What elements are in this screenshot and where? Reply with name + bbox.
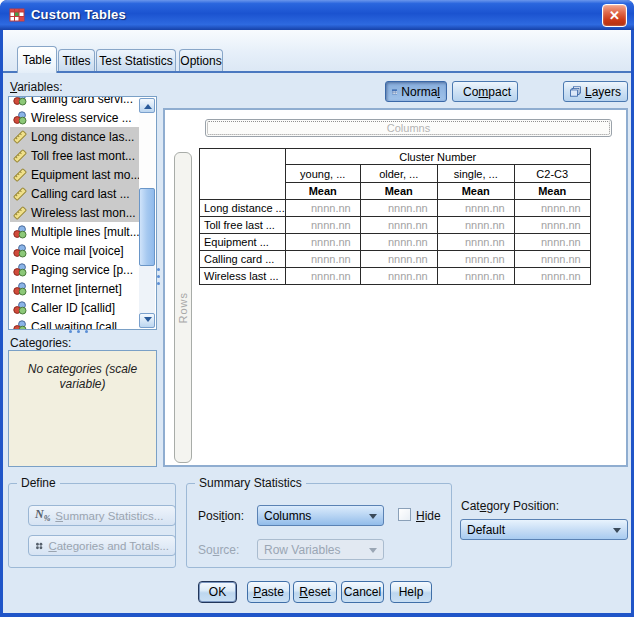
normal-view-button[interactable]: Normal	[385, 81, 447, 102]
preview-table[interactable]: Cluster Number young, ... older, ... sin…	[199, 148, 591, 285]
categories-list: No categories (scale variable)	[8, 350, 157, 467]
list-item[interactable]: Calling card last ...	[10, 184, 139, 203]
window-title: Custom Tables	[31, 7, 126, 22]
tab-options[interactable]: Options	[179, 49, 223, 72]
scroll-down-icon[interactable]	[139, 313, 155, 328]
nominal-variable-icon	[13, 225, 27, 239]
row-label[interactable]: Toll free last ...	[200, 217, 286, 234]
cell-value: nnnn.nn	[437, 200, 514, 217]
cell-value: nnnn.nn	[285, 251, 360, 268]
layers-button[interactable]: Layers	[563, 81, 628, 102]
list-item[interactable]: Caller ID [callid]	[10, 298, 139, 317]
vertical-splitter-handle[interactable]	[156, 268, 161, 294]
list-item[interactable]: Wireless last mon...	[10, 203, 139, 222]
ok-button[interactable]: OK	[198, 581, 237, 603]
list-item[interactable]: Paging service [p...	[10, 260, 139, 279]
cell-value: nnnn.nn	[360, 217, 437, 234]
column-header[interactable]: young, ...	[285, 165, 360, 183]
hide-checkbox[interactable]	[398, 508, 411, 521]
source-select: Row Variables	[257, 539, 384, 560]
nominal-variable-icon	[13, 282, 27, 296]
cell-value: nnnn.nn	[360, 200, 437, 217]
list-item[interactable]: Long distance las...	[10, 127, 139, 146]
reset-button[interactable]: Reset	[293, 581, 337, 603]
nominal-variable-icon	[13, 301, 27, 315]
title-bar[interactable]: Custom Tables ✕	[0, 0, 634, 30]
list-item[interactable]: Multiple lines [mult...	[10, 222, 139, 241]
table-row: Toll free last ... nnnn.nn nnnn.nn nnnn.…	[200, 217, 591, 234]
variables-list[interactable]: Calling card servi... Wireless service .…	[8, 96, 157, 330]
variables-scrollbar[interactable]	[139, 98, 155, 328]
table-builder-canvas[interactable]: Columns Rows Cluster Number young, ... o…	[163, 108, 628, 467]
scroll-up-icon[interactable]	[139, 98, 155, 113]
row-label[interactable]: Long distance ...	[200, 200, 286, 217]
column-header[interactable]: older, ...	[360, 165, 437, 183]
tab-panel-border	[3, 71, 631, 73]
position-select[interactable]: Columns	[257, 505, 384, 526]
dialog-body: Table Titles Test Statistics Options Var…	[3, 30, 631, 613]
n-percent-icon: N%	[35, 507, 50, 523]
tab-table[interactable]: Table	[17, 46, 57, 73]
cell-value: nnnn.nn	[437, 268, 514, 285]
scroll-thumb[interactable]	[139, 188, 155, 266]
scale-variable-icon	[13, 187, 27, 201]
hide-label: Hide	[416, 509, 441, 523]
tab-titles[interactable]: Titles	[58, 49, 95, 72]
column-header[interactable]: single, ...	[437, 165, 514, 183]
custom-tables-dialog: Custom Tables ✕ Table Titles Test Statis…	[0, 0, 634, 617]
categories-and-totals-button[interactable]: Categories and Totals...	[28, 535, 176, 556]
summary-statistics-group-label: Summary Statistics	[195, 476, 306, 490]
close-icon[interactable]: ✕	[602, 4, 627, 27]
list-item[interactable]: Voice mail [voice]	[10, 241, 139, 260]
app-table-icon	[9, 7, 25, 23]
scroll-track[interactable]	[139, 113, 155, 188]
category-position-select[interactable]: Default	[460, 519, 628, 540]
nominal-variable-icon	[13, 111, 27, 125]
list-item[interactable]: Equipment last mo...	[10, 165, 139, 184]
list-item[interactable]: Calling card servi...	[10, 96, 139, 108]
summary-statistics-button[interactable]: N% Summary Statistics...	[28, 505, 176, 526]
categories-label: Categories:	[10, 336, 71, 350]
table-row: Wireless last ... nnnn.nn nnnn.nn nnnn.n…	[200, 268, 591, 285]
row-label[interactable]: Calling card ...	[200, 251, 286, 268]
chevron-down-icon	[613, 528, 621, 533]
column-group-header[interactable]: Cluster Number	[285, 149, 590, 165]
source-label: Source:	[198, 543, 239, 557]
rows-dropzone[interactable]: Rows	[174, 152, 192, 463]
statistic-header[interactable]: Mean	[437, 183, 514, 200]
no-categories-text: No categories (scale variable)	[23, 362, 142, 392]
cell-value: nnnn.nn	[437, 251, 514, 268]
row-label[interactable]: Wireless last ...	[200, 268, 286, 285]
cancel-button[interactable]: Cancel	[341, 581, 384, 603]
paste-button[interactable]: Paste	[247, 581, 290, 603]
scale-variable-icon	[13, 130, 27, 144]
statistic-header[interactable]: Mean	[360, 183, 437, 200]
define-group: Define N% Summary Statistics... Categori…	[8, 483, 176, 568]
tab-test-statistics[interactable]: Test Statistics	[96, 49, 176, 72]
variables-label: Variables:	[10, 80, 62, 94]
cell-value: nnnn.nn	[514, 200, 590, 217]
row-label[interactable]: Equipment ...	[200, 234, 286, 251]
help-button[interactable]: Help	[390, 581, 432, 603]
columns-dropzone[interactable]: Columns	[205, 119, 612, 137]
column-header[interactable]: C2-C3	[514, 165, 590, 183]
list-item[interactable]: Toll free last mont...	[10, 146, 139, 165]
statistic-header[interactable]: Mean	[285, 183, 360, 200]
cell-value: nnnn.nn	[514, 234, 590, 251]
cell-value: nnnn.nn	[285, 234, 360, 251]
cell-value: nnnn.nn	[437, 234, 514, 251]
cell-value: nnnn.nn	[514, 217, 590, 234]
list-item[interactable]: Wireless service ...	[10, 108, 139, 127]
nominal-variable-icon	[13, 96, 27, 106]
list-item[interactable]: Internet [internet]	[10, 279, 139, 298]
category-position-label: Category Position:	[461, 499, 559, 513]
nominal-variable-icon	[13, 320, 27, 331]
table-row: Calling card ... nnnn.nn nnnn.nn nnnn.nn…	[200, 251, 591, 268]
chevron-down-icon	[369, 548, 377, 553]
stub-corner-cell	[200, 149, 286, 200]
statistic-header[interactable]: Mean	[514, 183, 590, 200]
horizontal-splitter-handle[interactable]	[69, 329, 99, 334]
compact-view-button[interactable]: Compact	[452, 81, 518, 102]
nominal-variable-icon	[13, 263, 27, 277]
cell-value: nnnn.nn	[514, 251, 590, 268]
